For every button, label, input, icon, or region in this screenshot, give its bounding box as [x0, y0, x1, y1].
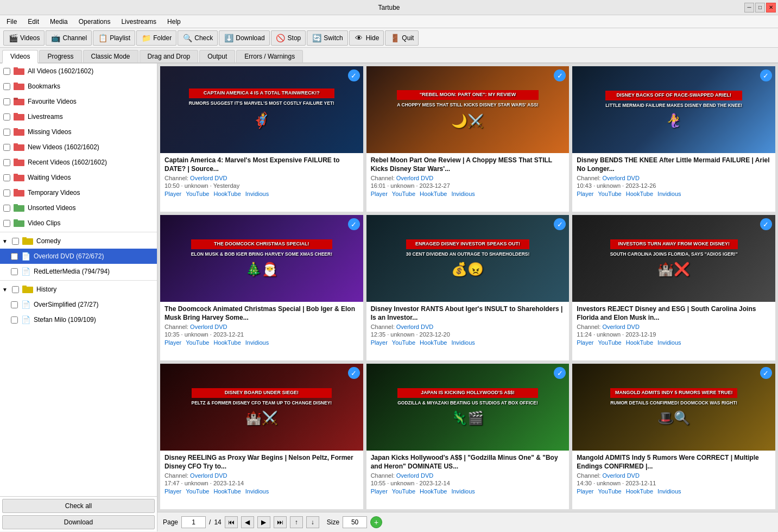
youtube-link-2[interactable]: YouTube — [392, 191, 415, 197]
player-link-3[interactable]: Player — [577, 191, 593, 197]
toolbar-channel[interactable]: 📺 Channel — [46, 30, 92, 46]
unsorted-checkbox[interactable] — [3, 205, 10, 212]
tab-drag[interactable]: Drag and Drop — [140, 50, 199, 62]
hooktube-link-7[interactable]: HookTube — [213, 488, 241, 495]
channel-link-7[interactable]: Overlord DVD — [190, 472, 227, 479]
player-link-2[interactable]: Player — [371, 191, 388, 197]
toolbar-quit[interactable]: 🚪 Quit — [385, 30, 419, 46]
toolbar-hide[interactable]: 👁 Hide — [349, 30, 384, 46]
last-page-btn[interactable]: ⏭ — [274, 516, 287, 528]
minimize-btn[interactable]: ─ — [744, 3, 754, 12]
invidious-link-2[interactable]: Invidious — [451, 191, 475, 197]
all-videos-checkbox[interactable] — [3, 68, 10, 75]
page-number-input[interactable] — [181, 516, 206, 528]
sidebar-item-video-clips[interactable]: Video Clips — [0, 216, 157, 231]
sidebar-item-oversimplified[interactable]: 📄 OverSimplified (27/27) — [0, 297, 157, 312]
video-thumbnail-2[interactable]: "REBEL MOON: PART ONE": MY REVIEW A CHOP… — [366, 66, 570, 153]
sidebar-item-comedy[interactable]: ▼ Comedy — [0, 233, 157, 249]
hooktube-link-4[interactable]: HookTube — [213, 339, 241, 346]
invidious-link-9[interactable]: Invidious — [657, 488, 681, 495]
waiting-checkbox[interactable] — [3, 174, 10, 181]
favourite-checkbox[interactable] — [3, 98, 10, 105]
hooktube-link-3[interactable]: HookTube — [626, 191, 653, 197]
maximize-btn[interactable]: □ — [755, 3, 765, 12]
youtube-link-3[interactable]: YouTube — [598, 191, 622, 197]
sidebar-item-recent[interactable]: Recent Videos (1602/1602) — [0, 155, 157, 170]
invidious-link-1[interactable]: Invidious — [245, 191, 269, 197]
invidious-link-3[interactable]: Invidious — [657, 191, 681, 197]
hooktube-link-8[interactable]: HookTube — [420, 488, 447, 495]
channel-link-6[interactable]: Overlord DVD — [602, 324, 639, 330]
hooktube-link-2[interactable]: HookTube — [420, 191, 447, 197]
scroll-down-btn[interactable]: ↓ — [306, 516, 319, 528]
livestreams-checkbox[interactable] — [3, 113, 10, 121]
download-all-button[interactable]: Download — [2, 515, 155, 529]
tab-output[interactable]: Output — [199, 50, 235, 62]
tab-progress[interactable]: Progress — [39, 50, 81, 62]
invidious-link-8[interactable]: Invidious — [451, 488, 475, 495]
comedy-checkbox[interactable] — [12, 238, 19, 245]
menu-edit[interactable]: Edit — [23, 17, 43, 27]
video-thumbnail-7[interactable]: DISNEY BOARD UNDER SIEGE! PELTZ & FORMER… — [160, 364, 363, 451]
toolbar-videos[interactable]: 🎬 Videos — [3, 30, 45, 46]
sidebar-item-favourite[interactable]: Favourite Videos — [0, 94, 157, 109]
youtube-link-9[interactable]: YouTube — [598, 488, 622, 495]
missing-checkbox[interactable] — [3, 129, 10, 136]
tab-classic[interactable]: Classic Mode — [83, 50, 138, 62]
sidebar-item-overlord[interactable]: 📄 Overlord DVD (672/672) — [0, 249, 157, 264]
video-thumbnail-8[interactable]: JAPAN IS KICKING HOLLYWOOD'S A$$! GODZIL… — [366, 364, 570, 451]
toolbar-playlist[interactable]: 📋 Playlist — [93, 30, 135, 46]
oversimplified-checkbox[interactable] — [11, 301, 18, 308]
player-link-1[interactable]: Player — [165, 191, 181, 197]
menu-operations[interactable]: Operations — [74, 17, 115, 27]
hooktube-link-5[interactable]: HookTube — [420, 339, 447, 346]
tab-errors[interactable]: Errors / Warnings — [236, 50, 303, 62]
stefan-checkbox[interactable] — [11, 316, 18, 324]
sidebar-item-new-videos[interactable]: New Videos (1602/1602) — [0, 140, 157, 155]
sidebar-item-missing[interactable]: Missing Videos — [0, 124, 157, 140]
invidious-link-4[interactable]: Invidious — [245, 339, 269, 346]
toolbar-switch[interactable]: 🔄 Switch — [307, 30, 347, 46]
page-size-input[interactable] — [343, 516, 367, 528]
player-link-9[interactable]: Player — [577, 488, 593, 495]
toolbar-download[interactable]: ⬇️ Download — [219, 30, 269, 46]
channel-link-3[interactable]: Overlord DVD — [602, 175, 639, 181]
video-thumbnail-5[interactable]: ENRAGED DISNEY INVESTOR SPEAKS OUT! 30 C… — [366, 215, 570, 302]
temporary-checkbox[interactable] — [3, 189, 10, 197]
channel-link-8[interactable]: Overlord DVD — [396, 472, 433, 479]
sidebar-item-temporary[interactable]: Temporary Videos — [0, 185, 157, 200]
sidebar-item-livestreams[interactable]: Livestreams — [0, 109, 157, 124]
youtube-link-1[interactable]: YouTube — [186, 191, 209, 197]
player-link-6[interactable]: Player — [577, 339, 593, 346]
sidebar-item-redlettermedia[interactable]: 📄 RedLetterMedia (794/794) — [0, 264, 157, 279]
sidebar-item-all-videos[interactable]: All Videos (1602/1602) — [0, 64, 157, 79]
first-page-btn[interactable]: ⏮ — [225, 516, 238, 528]
new-videos-checkbox[interactable] — [3, 144, 10, 151]
check-all-button[interactable]: Check all — [2, 499, 155, 513]
bookmarks-checkbox[interactable] — [3, 83, 10, 90]
invidious-link-5[interactable]: Invidious — [451, 339, 475, 346]
player-link-4[interactable]: Player — [165, 339, 181, 346]
prev-page-btn[interactable]: ◀ — [241, 516, 254, 528]
hooktube-link-6[interactable]: HookTube — [626, 339, 653, 346]
toolbar-folder[interactable]: 📁 Folder — [136, 30, 176, 46]
channel-link-5[interactable]: Overlord DVD — [396, 324, 433, 330]
video-thumbnail-9[interactable]: MANGOLD ADMITS INDY 5 RUMORS WERE TRUE! … — [572, 364, 775, 451]
redletter-checkbox[interactable] — [11, 268, 18, 275]
youtube-link-6[interactable]: YouTube — [598, 339, 622, 346]
menu-help[interactable]: Help — [163, 17, 185, 27]
player-link-8[interactable]: Player — [371, 488, 388, 495]
player-link-5[interactable]: Player — [371, 339, 388, 346]
channel-link-1[interactable]: Overlord DVD — [190, 175, 227, 181]
add-page-btn[interactable]: + — [370, 516, 382, 528]
hooktube-link-1[interactable]: HookTube — [213, 191, 241, 197]
sidebar-item-history[interactable]: ▼ History — [0, 282, 157, 297]
scroll-up-btn[interactable]: ↑ — [290, 516, 303, 528]
youtube-link-5[interactable]: YouTube — [392, 339, 415, 346]
sidebar-item-unsorted[interactable]: Unsorted Videos — [0, 200, 157, 216]
close-btn[interactable]: ✕ — [766, 3, 776, 12]
channel-link-9[interactable]: Overlord DVD — [602, 472, 639, 479]
next-page-btn[interactable]: ▶ — [257, 516, 270, 528]
player-link-7[interactable]: Player — [165, 488, 181, 495]
overlord-checkbox[interactable] — [11, 253, 18, 260]
